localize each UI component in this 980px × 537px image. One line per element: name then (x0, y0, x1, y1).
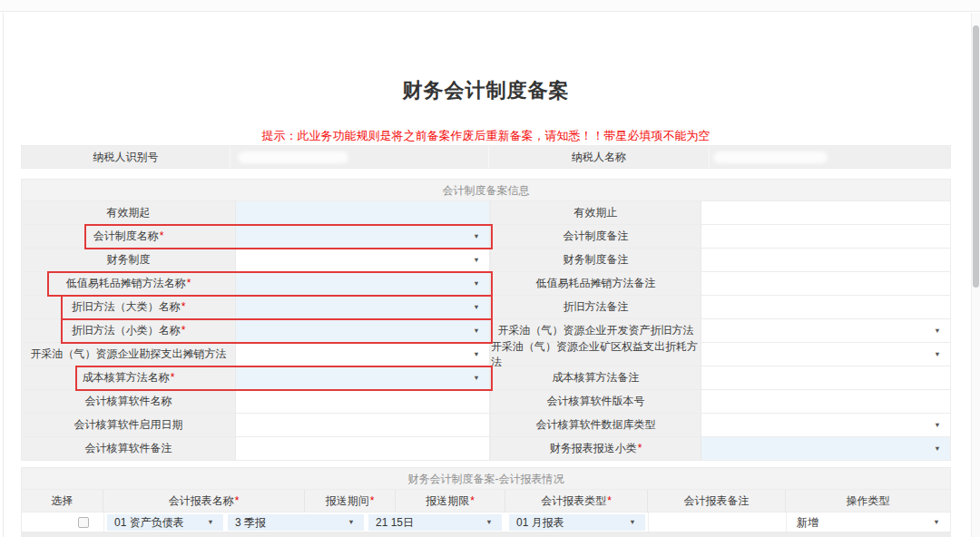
period-select[interactable]: 3 季报▼ (228, 514, 364, 531)
field-label: 有效期起 (107, 205, 151, 220)
field-label: 会计核算软件数据库类型 (536, 417, 656, 433)
validity-end-input[interactable] (701, 201, 950, 224)
report-table: 财务会计制度备案-会计报表情况 选择 会计报表名称* 报送期间* 报送期限* 会… (21, 467, 951, 532)
report-name-select[interactable]: 01 资产负债表▼ (107, 514, 223, 531)
dropdown-caret-icon: ▼ (473, 351, 479, 358)
next-section-cutoff (21, 532, 951, 537)
dropdown-caret-icon: ▼ (934, 351, 940, 358)
warning-hint: 提示：此业务功能规则是将之前备案作废后重新备案，请知悉！！带星必填项不能为空 (21, 128, 951, 144)
form-label-cell: 折旧方法备注 (490, 296, 701, 318)
dropdown-caret-icon: ▼ (933, 519, 939, 526)
field-label: 成本核算方法名称* (83, 370, 175, 386)
selected-value: 3 季报 (235, 515, 266, 531)
column-header-period: 报送期间* (305, 490, 396, 512)
selected-value: 01 月报表 (516, 515, 564, 531)
form-control-cell (701, 225, 950, 248)
field-label: 纳税人名称 (572, 150, 626, 165)
top-strip (0, 0, 980, 12)
depreciation-remark-input[interactable] (701, 296, 950, 318)
form-label-cell: 会计制度备注 (490, 225, 701, 248)
form-label-cell: 开采油（气）资源企业勘探支出摊销方法 (22, 343, 236, 366)
report-table-row: 01 资产负债表▼ 3 季报▼ 21 15日▼ 01 月报表▼ 新增▼ (22, 513, 950, 532)
form-control-cell: ▼ (236, 343, 490, 366)
field-label: 会计核算软件名称 (85, 394, 172, 409)
depreciation-method-major-select[interactable]: ▼ (236, 296, 489, 318)
field-label: 折旧方法（大类）名称* (72, 299, 186, 315)
accounting-system-name-select[interactable]: ▼ (236, 225, 489, 248)
dropdown-caret-icon: ▼ (348, 519, 354, 526)
validity-start-input[interactable] (236, 201, 489, 224)
accounting-software-remark-input[interactable] (236, 437, 489, 460)
form-row: 财务制度 ▼ 财务制度备注 (22, 249, 950, 272)
oil-gas-exploration-amortization-select[interactable]: ▼ (236, 343, 489, 366)
field-label: 会计核算软件启用日期 (74, 417, 183, 433)
form-control-cell: ▼ (236, 249, 490, 271)
form-control-cell (236, 390, 490, 413)
form-label-cell: 有效期止 (490, 201, 701, 224)
row-select-checkbox[interactable] (78, 517, 89, 528)
scrollbar-track[interactable] (971, 13, 980, 537)
form-control-cell: ▼ (701, 437, 950, 460)
field-label: 会计制度名称* (93, 229, 164, 244)
oil-gas-mining-rights-depletion-select[interactable]: ▼ (701, 343, 950, 366)
oil-gas-dev-asset-depreciation-select[interactable]: ▼ (701, 319, 950, 342)
form-control-cell (701, 390, 950, 413)
field-label: 低值易耗品摊销方法备注 (536, 276, 656, 291)
accounting-software-start-date-input[interactable] (236, 414, 489, 436)
filing-section-title: 会计制度备案信息 (22, 180, 950, 201)
form-label-cell: 会计核算软件启用日期 (22, 414, 236, 436)
accounting-software-name-input[interactable] (236, 390, 489, 413)
cell-divider (648, 513, 649, 532)
dropdown-caret-icon: ▼ (629, 519, 635, 526)
form-label-cell: 低值易耗品摊销方法备注 (490, 272, 701, 295)
form-label-cell: 折旧方法（大类）名称* (22, 296, 236, 318)
field-label: 开采油（气）资源企业开发资产折旧方法 (498, 323, 694, 338)
low-value-amortization-method-select[interactable]: ▼ (236, 272, 489, 295)
form-row: 有效期起 有效期止 (22, 201, 950, 225)
accounting-software-version-input[interactable] (701, 390, 950, 413)
cell-divider (786, 513, 787, 532)
form-row: 成本核算方法名称* ▼ 成本核算方法备注 (22, 366, 950, 390)
dropdown-caret-icon: ▼ (934, 422, 940, 429)
finance-system-remark-input[interactable] (701, 249, 950, 271)
form-label-cell: 会计核算软件名称 (22, 390, 236, 413)
field-label: 成本核算方法备注 (553, 370, 640, 386)
selected-value: 21 15日 (376, 515, 414, 531)
report-type-select[interactable]: 01 月报表▼ (509, 514, 645, 531)
page: 财务会计制度备案 提示：此业务功能规则是将之前备案作废后重新备案，请知悉！！带星… (0, 0, 980, 537)
form-control-cell: ▼ (701, 319, 950, 342)
field-label: 纳税人识别号 (93, 150, 159, 165)
field-label: 开采油（气）资源企业矿区权益支出折耗方法 (491, 339, 701, 370)
cost-accounting-remark-input[interactable] (701, 366, 950, 389)
field-label: 开采油（气）资源企业勘探支出摊销方法 (31, 347, 227, 362)
deadline-select[interactable]: 21 15日▼ (368, 514, 502, 531)
dropdown-caret-icon: ▼ (473, 304, 479, 311)
form-row: 折旧方法（小类）名称* ▼ 开采油（气）资源企业开发资产折旧方法 ▼ (22, 319, 950, 343)
dropdown-caret-icon: ▼ (473, 327, 479, 335)
field-label: 有效期止 (574, 205, 618, 220)
form-control-cell: ▼ (701, 414, 950, 436)
form-label-cell: 低值易耗品摊销方法名称* (22, 272, 236, 295)
low-value-amortization-remark-input[interactable] (701, 272, 950, 295)
form-control-cell (236, 414, 490, 436)
field-label: 会计核算软件备注 (85, 441, 172, 456)
form-row: 会计制度名称* ▼ 会计制度备注 (22, 225, 950, 249)
taxpayer-id-value-masked (238, 151, 348, 163)
finance-system-select[interactable]: ▼ (236, 249, 489, 271)
form-control-cell (236, 437, 490, 460)
report-remark-input[interactable] (650, 514, 784, 531)
accounting-system-remark-input[interactable] (701, 225, 950, 248)
cost-accounting-method-select[interactable]: ▼ (236, 366, 489, 389)
form-row: 开采油（气）资源企业勘探支出摊销方法 ▼ 开采油（气）资源企业矿区权益支出折耗方… (22, 343, 950, 366)
dropdown-caret-icon: ▼ (473, 280, 479, 288)
scrollbar-thumb[interactable] (973, 25, 979, 288)
form-row: 会计核算软件启用日期 会计核算软件数据库类型 ▼ (22, 414, 950, 437)
operation-type-select[interactable]: 新增▼ (789, 514, 949, 531)
financial-report-subclass-select[interactable]: ▼ (701, 437, 950, 460)
page-title: 财务会计制度备案 (21, 77, 951, 104)
accounting-software-database-select[interactable]: ▼ (701, 414, 950, 436)
report-table-header: 选择 会计报表名称* 报送期间* 报送期限* 会计报表类型* 会计报表备注 操作… (22, 490, 950, 513)
column-header-operation: 操作类型 (786, 490, 950, 512)
field-label: 会计核算软件版本号 (547, 394, 645, 409)
depreciation-method-minor-select[interactable]: ▼ (236, 319, 489, 342)
